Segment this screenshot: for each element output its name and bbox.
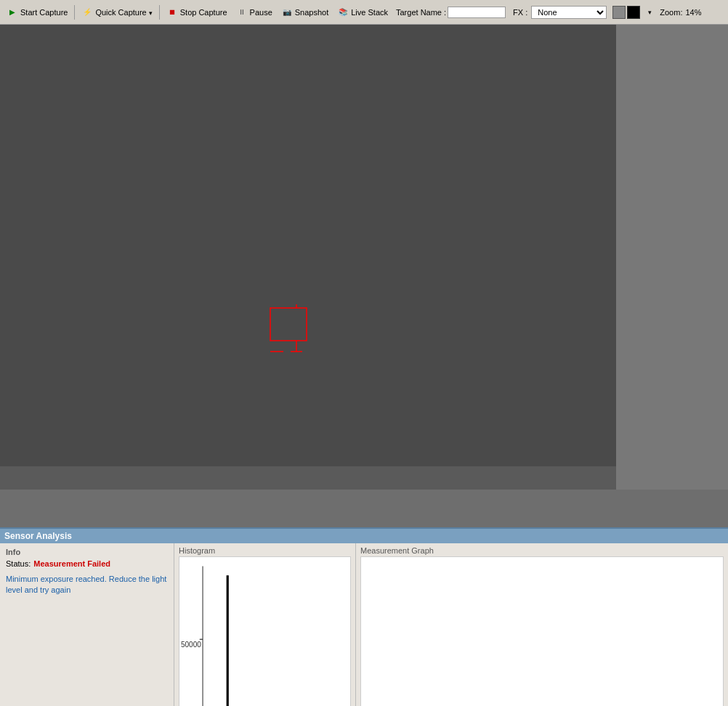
right-side-panel	[616, 25, 728, 490]
live-stack-label: Live Stack	[351, 8, 388, 17]
snapshot-button[interactable]: Snapshot	[278, 5, 332, 20]
pause-button[interactable]: Pause	[232, 5, 276, 20]
zoom-label: Zoom:	[660, 8, 682, 17]
sensor-panel-title: Sensor Analysis	[4, 531, 72, 541]
main-image-area	[0, 25, 728, 490]
image-canvas[interactable]	[0, 25, 616, 466]
pause-icon	[236, 7, 248, 18]
histogram-svg	[179, 557, 350, 706]
snapshot-label: Snapshot	[295, 8, 328, 17]
error-message: Minimum exposure reached. Reduce the lig…	[6, 574, 168, 596]
red-crosshair-marker	[269, 304, 316, 362]
histogram-header: Histogram	[179, 546, 351, 555]
fx-label: FX :	[513, 8, 527, 17]
live-stack-button[interactable]: Live Stack	[333, 5, 392, 20]
histogram-chart: 50000	[179, 556, 351, 706]
status-value: Measurement Failed	[33, 559, 110, 568]
histogram-y-label: 50000	[181, 640, 201, 648]
toolbar: Start Capture Quick Capture Stop Capture…	[0, 0, 728, 25]
color-box-black[interactable]	[627, 6, 640, 19]
sensor-panel-title-bar: Sensor Analysis	[0, 529, 728, 543]
svg-rect-5	[179, 557, 350, 706]
quick-capture-dropdown-arrow	[149, 8, 153, 17]
start-capture-icon	[7, 7, 18, 18]
sensor-panel-content: Info Status: Measurement Failed Minimum …	[0, 543, 728, 706]
measurement-header: Measurement Graph	[360, 546, 724, 555]
stop-capture-button[interactable]: Stop Capture	[163, 5, 231, 20]
stop-capture-icon	[166, 7, 178, 18]
fx-select[interactable]: None Auto Stretch Manual Stretch	[531, 6, 607, 19]
color-boxes	[612, 6, 640, 19]
dropdown-color-arrow: ▾	[644, 7, 655, 18]
separator-1	[74, 5, 75, 20]
svg-rect-0	[270, 308, 307, 341]
measurement-chart	[360, 556, 724, 706]
measurement-section: Measurement Graph	[356, 543, 728, 706]
target-name-input[interactable]	[448, 7, 506, 18]
start-capture-button[interactable]: Start Capture	[3, 5, 71, 20]
quick-capture-label: Quick Capture	[95, 8, 146, 17]
status-label: Status:	[6, 559, 31, 568]
zoom-value: 14%	[685, 8, 701, 17]
live-stack-icon	[337, 7, 349, 18]
stop-capture-label: Stop Capture	[180, 8, 227, 17]
status-line: Status: Measurement Failed	[6, 559, 168, 568]
quick-capture-button[interactable]: Quick Capture	[78, 5, 155, 20]
pause-label: Pause	[250, 8, 272, 17]
target-name-label: Target Name :	[396, 8, 446, 17]
histogram-section: Histogram 50000 0 50000	[174, 543, 356, 706]
info-section: Info Status: Measurement Failed Minimum …	[0, 543, 174, 706]
color-box-gray[interactable]	[612, 6, 626, 19]
start-capture-label: Start Capture	[20, 8, 68, 17]
info-header: Info	[6, 548, 168, 556]
sensor-analysis-panel: Sensor Analysis Info Status: Measurement…	[0, 527, 728, 706]
separator-2	[159, 5, 160, 20]
middle-strip	[0, 490, 728, 527]
quick-capture-icon	[81, 7, 93, 18]
snapshot-icon	[281, 7, 293, 18]
